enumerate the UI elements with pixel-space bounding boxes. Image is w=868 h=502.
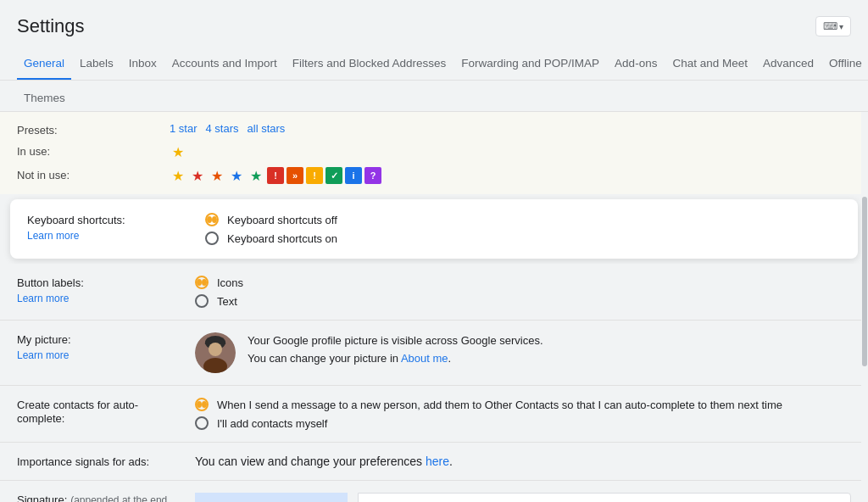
button-labels-text-option[interactable]: Text — [195, 294, 851, 308]
tab-add-ons[interactable]: Add-ons — [608, 47, 664, 81]
tab-accounts-import[interactable]: Accounts and Import — [165, 47, 284, 81]
tab-forwarding-pop[interactable]: Forwarding and POP/IMAP — [454, 47, 606, 81]
keyboard-shortcuts-off-radio[interactable] — [205, 213, 219, 226]
button-labels-row: Button labels: Learn more Icons Text — [0, 264, 868, 321]
tab-inbox[interactable]: Inbox — [122, 47, 164, 81]
not-in-use-icons: ★ ★ ★ ★ ★ ! » ! ✓ i ? — [170, 167, 381, 184]
my-picture-learn-more[interactable]: Learn more — [17, 349, 178, 361]
signature-section: Raman ✏ 🗑 Regards, Raman Singh Founder, … — [195, 493, 851, 502]
keyboard-icon-chevron: ▾ — [839, 22, 843, 31]
not-in-use-row: Not in use: ★ ★ ★ ★ ★ ! » ! ✓ i ? — [0, 164, 868, 187]
star1-icon[interactable]: ★ — [170, 167, 186, 184]
title-bar: Settings ⌨ ▾ — [0, 0, 868, 37]
main-content: Presets: 1 star 4 stars all stars In use… — [0, 112, 868, 502]
sub-tab-themes[interactable]: Themes — [17, 85, 72, 112]
tab-labels[interactable]: Labels — [73, 47, 120, 81]
svg-point-2 — [209, 343, 222, 356]
keyboard-shortcuts-on-label: Keyboard shortcuts on — [227, 232, 337, 245]
marker-red-icon[interactable]: ! — [267, 167, 284, 184]
keyboard-shortcuts-on-radio[interactable] — [205, 231, 219, 245]
tab-general[interactable]: General — [17, 47, 71, 81]
signature-list: Raman ✏ 🗑 — [195, 493, 348, 502]
preset-4stars-link[interactable]: 4 stars — [206, 122, 239, 135]
profile-description: Your Google profile picture is visible a… — [248, 332, 543, 368]
tab-chat-meet[interactable]: Chat and Meet — [665, 47, 754, 81]
keyboard-shortcuts-label-col: Keyboard shortcuts: Learn more — [27, 213, 205, 242]
importance-signals-label-col: Importance signals for ads: — [17, 455, 195, 468]
keyboard-icon: ⌨ — [823, 20, 837, 32]
title-bar-right: ⌨ ▾ — [815, 16, 851, 36]
button-labels-learn-more[interactable]: Learn more — [17, 293, 178, 304]
button-labels-text-radio[interactable] — [195, 294, 209, 308]
importance-signals-here-link[interactable]: here — [426, 455, 449, 468]
keyboard-shortcut-button[interactable]: ⌨ ▾ — [815, 16, 851, 36]
marker-orange-icon[interactable]: » — [287, 167, 303, 184]
importance-signals-end: . — [449, 455, 453, 468]
scrollbar-thumb[interactable] — [862, 197, 867, 366]
signature-label: Signature: — [17, 494, 67, 502]
marker-purple-icon[interactable]: ? — [364, 167, 381, 184]
signature-row: Signature: (appended at the end of all o… — [0, 481, 868, 502]
button-labels-text-label: Text — [217, 295, 237, 308]
profile-line2: You can change your picture in About me. — [248, 350, 543, 368]
button-labels-label: Button labels: — [17, 276, 84, 289]
button-labels-icons-option[interactable]: Icons — [195, 276, 851, 289]
create-contacts-auto-radio[interactable] — [195, 398, 209, 411]
my-picture-controls: Your Google profile picture is visible a… — [195, 332, 851, 373]
keyboard-shortcuts-off-option[interactable]: Keyboard shortcuts off — [205, 213, 841, 226]
marker-yellow-icon[interactable]: ! — [306, 167, 323, 184]
marker-green-icon[interactable]: ✓ — [326, 167, 342, 184]
tab-offline[interactable]: Offline — [822, 47, 868, 81]
keyboard-shortcuts-controls: Keyboard shortcuts off Keyboard shortcut… — [205, 213, 841, 245]
tab-filters-blocked[interactable]: Filters and Blocked Addresses — [286, 47, 453, 81]
importance-signals-controls: You can view and change your preferences… — [195, 455, 851, 468]
profile-line2-text: You can change your picture in — [248, 352, 401, 365]
create-contacts-manual-label: I'll add contacts myself — [217, 417, 327, 430]
my-picture-label: My picture: — [17, 333, 71, 346]
avatar[interactable] — [195, 332, 236, 373]
profile-line1: Your Google profile picture is visible a… — [248, 332, 543, 350]
create-contacts-auto-label: When I send a message to a new person, a… — [217, 399, 782, 411]
star-gold-icon[interactable]: ★ — [170, 143, 186, 160]
keyboard-shortcuts-label: Keyboard shortcuts: — [27, 214, 125, 226]
in-use-icons: ★ — [170, 143, 186, 160]
in-use-label: In use: — [17, 143, 170, 158]
star3-icon[interactable]: ★ — [209, 167, 225, 184]
sub-nav: Themes — [0, 81, 868, 112]
in-use-row: In use: ★ — [0, 140, 868, 164]
importance-signals-text: You can view and change your preferences — [195, 455, 426, 468]
create-contacts-manual-option[interactable]: I'll add contacts myself — [195, 416, 851, 430]
profile-section: Your Google profile picture is visible a… — [195, 332, 851, 373]
my-picture-label-col: My picture: Learn more — [17, 332, 195, 361]
create-contacts-controls: When I send a message to a new person, a… — [195, 398, 851, 430]
star5-icon[interactable]: ★ — [248, 167, 264, 184]
presets-label: Presets: — [17, 122, 170, 137]
preset-allstars-link[interactable]: all stars — [248, 122, 286, 135]
keyboard-shortcuts-on-option[interactable]: Keyboard shortcuts on — [205, 231, 841, 245]
importance-signals-label: Importance signals for ads: — [17, 455, 149, 468]
signature-label-col: Signature: (appended at the end of all o… — [17, 493, 195, 502]
button-labels-controls: Icons Text — [195, 276, 851, 308]
create-contacts-label: Create contacts for auto-complete: — [17, 399, 138, 425]
nav-tabs: General Labels Inbox Accounts and Import… — [0, 46, 868, 81]
create-contacts-label-col: Create contacts for auto-complete: — [17, 398, 195, 425]
page-title: Settings — [17, 15, 85, 37]
signature-content: Regards, Raman Singh Founder, Kwebby +91… — [358, 493, 851, 502]
button-labels-icons-radio[interactable] — [195, 276, 209, 289]
tab-advanced[interactable]: Advanced — [756, 47, 821, 81]
about-me-link[interactable]: About me — [401, 352, 448, 365]
signature-list-item[interactable]: Raman ✏ 🗑 — [195, 493, 348, 502]
importance-signals-row: Importance signals for ads: You can view… — [0, 443, 868, 481]
presets-row: Presets: 1 star 4 stars all stars — [0, 119, 868, 140]
star4-icon[interactable]: ★ — [228, 167, 245, 184]
button-labels-icons-label: Icons — [217, 276, 243, 289]
scrollbar[interactable] — [861, 112, 868, 502]
preset-1star-link[interactable]: 1 star — [170, 122, 198, 135]
keyboard-shortcuts-learn-more[interactable]: Learn more — [27, 230, 188, 242]
create-contacts-auto-option[interactable]: When I send a message to a new person, a… — [195, 398, 851, 411]
star2-icon[interactable]: ★ — [189, 167, 206, 184]
create-contacts-manual-radio[interactable] — [195, 416, 209, 430]
stars-section: Presets: 1 star 4 stars all stars In use… — [0, 112, 868, 194]
marker-blue-icon[interactable]: i — [345, 167, 362, 184]
presets-value: 1 star 4 stars all stars — [170, 122, 290, 135]
